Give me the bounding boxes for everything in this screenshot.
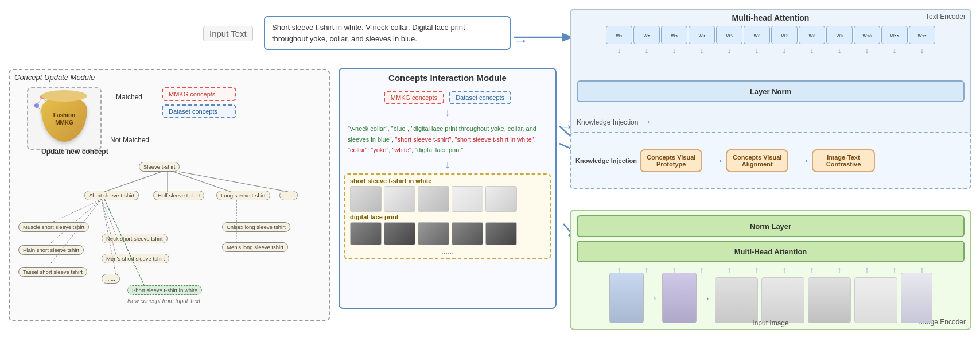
- arr11: ↓: [881, 46, 908, 55]
- image-text-contrastive-box: Image-Text Contrastive: [812, 149, 875, 172]
- arr2: ↓: [633, 46, 660, 55]
- token-w7: w₇: [771, 26, 798, 44]
- concepts-text-area: "v-neck collar", "blue", "digital lace p…: [345, 122, 550, 157]
- img9: [452, 222, 483, 245]
- node-muscle: Muscle short sleeve tshirt: [18, 222, 89, 232]
- arr10: ↓: [854, 46, 880, 55]
- figure4: [761, 277, 804, 323]
- mmkg-cylinder: FashionMMKG: [41, 96, 87, 142]
- knowledge-section: Concepts Visual Prototype → Concepts Vis…: [570, 132, 971, 189]
- arr7: ↓: [771, 46, 798, 55]
- ki-right-arrow: →: [641, 116, 651, 128]
- svg-line-29: [47, 199, 102, 268]
- img5: [485, 186, 517, 212]
- diagram-container: Input Text Short sleeve t-shirt in white…: [0, 0, 980, 341]
- visual-alignment-label: Concepts Visual Alignment: [733, 154, 781, 168]
- node-unisex: Unisex long sleeve tshirt: [222, 222, 290, 232]
- node-long-sleeve: Long sleeve t-shirt: [216, 191, 270, 200]
- left-section: Concept Update Module FashionMMKG: [9, 69, 330, 321]
- visual-alignment-box: Concepts Visual Alignment: [726, 149, 788, 172]
- arr8: ↓: [799, 46, 825, 55]
- concepts-to-encoder-arrow: →: [558, 118, 574, 136]
- concepts-interaction-box: Concepts Interaction Module MMKG concept…: [339, 68, 557, 309]
- token-w10: w₁₀: [854, 26, 880, 44]
- arr6: ↓: [744, 46, 770, 55]
- node-half-sleeve: Half sleeve t-shirt: [153, 191, 204, 200]
- svg-line-21: [104, 172, 162, 192]
- token-w3: w₃: [661, 26, 687, 44]
- node-mens-long: Men's long sleeve tshirt: [222, 242, 288, 252]
- figure2: [662, 273, 697, 323]
- fig-arrow2: →: [700, 292, 711, 305]
- new-concept-label: New concept from Input Text: [127, 298, 200, 304]
- img1: [350, 186, 382, 212]
- layer-norm-text: Layer Norm: [577, 80, 965, 102]
- node-tassel: Tassel short sleeve tshirt: [18, 267, 87, 277]
- main-arrow-right: →: [512, 32, 528, 50]
- arr4: ↓: [689, 46, 715, 55]
- tokens-row: w₁ w₂ w₃ w₄ w₅ w₆ w₇ w₈ w₉ w₁₀ w₁₁ w₁₂: [571, 25, 970, 45]
- svg-line-23: [173, 172, 231, 192]
- arr9: ↓: [826, 46, 853, 55]
- input-image-label: Input Image: [752, 319, 788, 327]
- visual-prototype-box: Concepts Visual Prototype: [640, 149, 702, 172]
- token-w2: w₂: [633, 26, 660, 44]
- result1-title: short sleeve t-shirt in white: [350, 177, 545, 184]
- token-w12: w₁₂: [909, 26, 935, 44]
- result2-title: digital lace print: [350, 214, 545, 220]
- svg-line-17: [37, 97, 42, 106]
- img7: [384, 222, 415, 245]
- dataset-concepts-inner: Dataset concepts: [449, 91, 511, 104]
- mmkg-container: FashionMMKG: [27, 87, 102, 150]
- mmkg-concepts-inner: MMKG concepts: [384, 91, 444, 104]
- right-section: Text Encoder Multi-head Attention w₁ w₂ …: [570, 9, 971, 330]
- image-results-box: short sleeve t-shirt in white digital la…: [344, 173, 551, 259]
- image-placeholders-row1: [350, 186, 545, 212]
- token-w6: w₆: [744, 26, 770, 44]
- norm-layer-box: Norm Layer: [577, 215, 965, 237]
- ki-row-label: Knowledge Injection →: [577, 116, 651, 128]
- svg-line-24: [179, 172, 288, 192]
- update-label: Update new concept: [41, 148, 108, 156]
- fig-arrow1: →: [647, 292, 659, 305]
- svg-line-26: [102, 199, 116, 235]
- img8: [418, 222, 449, 245]
- node-mens-short: Men's short sleeve tshirt: [102, 254, 169, 264]
- node-more2: ......: [102, 274, 120, 284]
- not-matched-label: Not Matched: [110, 136, 149, 144]
- img3: [418, 186, 449, 212]
- ki-arrow1: →: [711, 153, 724, 168]
- arr1: ↓: [606, 46, 632, 55]
- visual-prototype-label: Concepts Visual Prototype: [647, 154, 695, 168]
- node-plain: Plain short sleeve tshirt: [18, 245, 84, 255]
- token-w9: w₉: [826, 26, 853, 44]
- token-w11: w₁₁: [881, 26, 908, 44]
- figure3: [715, 277, 758, 323]
- node-neck: Neck short sleeve tshirt: [102, 234, 168, 243]
- ki-section-label: Knowledge Injection: [575, 157, 637, 164]
- token-arrows-row: ↓ ↓ ↓ ↓ ↓ ↓ ↓ ↓ ↓ ↓ ↓ ↓: [571, 45, 970, 56]
- figure5: [808, 277, 851, 323]
- multihead-attention-image-label: Multi-Head Attention: [577, 241, 965, 262]
- arr3: ↓: [661, 46, 687, 55]
- token-w5: w₅: [716, 26, 742, 44]
- dotdotdot: ......: [350, 247, 545, 255]
- text-encoder-label: Text Encoder: [925, 13, 966, 21]
- token-w8: w₈: [799, 26, 825, 44]
- concepts-interaction-title: Concepts Interaction Module: [340, 69, 555, 86]
- img6: [350, 222, 382, 245]
- arr5: ↓: [716, 46, 742, 55]
- ki-arrow2: →: [798, 153, 810, 168]
- node-short-sleeve: Short sleeve t-shirt: [84, 191, 139, 200]
- img2: [384, 186, 415, 212]
- concepts-boxes-row: MMKG concepts Dataset concepts: [340, 86, 555, 107]
- img4: [452, 186, 483, 212]
- token-w4: w₄: [689, 26, 715, 44]
- matched-label: Matched: [116, 93, 142, 101]
- image-placeholders-row2: [350, 222, 545, 245]
- node-short-sleeve-white: Short sleeve t-shirt in white: [127, 285, 202, 295]
- tree-area: Sleeve t-shirt Short sleeve t-shirt Half…: [15, 159, 325, 314]
- text-encoder-box: Text Encoder Multi-head Attention w₁ w₂ …: [570, 9, 971, 135]
- input-text-box: Short sleeve t-shirt in white. V-neck co…: [264, 16, 511, 50]
- image-text-contrastive-label: Image-Text Contrastive: [826, 154, 861, 168]
